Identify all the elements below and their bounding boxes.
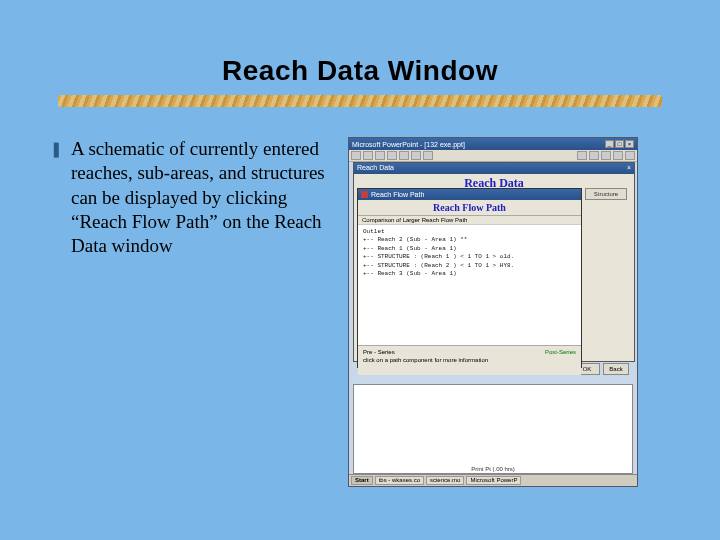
reach-flow-path-window: Reach Flow Path Reach Flow Path Comparis… [357,188,582,368]
title-underline [58,95,662,107]
taskbar-item[interactable]: tbs - wkases.co [375,476,424,485]
window-controls: _ □ × [605,140,634,148]
bullet-item: ❚ A schematic of currently entered reach… [50,137,330,259]
flow-path-tree[interactable]: Outlet +-- Reach 2 (Sub - Area 1) ** +--… [358,225,581,345]
toolbar-icon[interactable] [363,151,373,160]
app-icon [361,191,368,198]
close-icon[interactable]: × [627,164,631,173]
content-row: ❚ A schematic of currently entered reach… [50,137,670,487]
bullet-icon: ❚ [50,140,63,158]
toolbar-icon[interactable] [601,151,611,160]
tree-line[interactable]: Outlet [363,228,576,236]
taskbar-item[interactable]: science.mo [426,476,464,485]
toolbar-icon[interactable] [351,151,361,160]
reach-data-titlebar: Reach Data × [354,163,634,174]
slide: Reach Data Window ❚ A schematic of curre… [0,0,720,540]
tree-line[interactable]: +-- Reach 1 (Sub - Area 1) [363,245,576,253]
taskbar-item[interactable]: Microsoft PowerP [466,476,521,485]
side-panel: Structure [585,188,633,203]
app-title-text: Microsoft PowerPoint - [132 exe.ppt] [352,141,465,148]
flow-path-title-text: Reach Flow Path [371,191,424,198]
app-toolbar [349,150,637,162]
body-text: A schematic of currently entered reaches… [71,137,330,259]
app-titlebar: Microsoft PowerPoint - [132 exe.ppt] _ □… [349,138,637,150]
reach-data-title-text: Reach Data [357,164,394,173]
footer-left-label: Pre - Series [363,349,395,355]
bottom-panel [353,384,633,474]
slide-title: Reach Data Window [50,55,670,87]
structure-button[interactable]: Structure [585,188,627,200]
toolbar-icon[interactable] [411,151,421,160]
toolbar-icon[interactable] [387,151,397,160]
text-column: ❚ A schematic of currently entered reach… [50,137,330,259]
screenshot-column: Microsoft PowerPoint - [132 exe.ppt] _ □… [348,137,670,487]
minimize-icon[interactable]: _ [605,140,614,148]
toolbar-icon[interactable] [423,151,433,160]
embedded-screenshot: Microsoft PowerPoint - [132 exe.ppt] _ □… [348,137,638,487]
toolbar-icon[interactable] [577,151,587,160]
flow-path-footer: Pre - Series Post-Series click on a path… [358,345,581,375]
toolbar-icon[interactable] [375,151,385,160]
flow-path-titlebar: Reach Flow Path [358,189,581,200]
tree-line[interactable]: +-- STRUCTURE : (Reach 1 ) < 1 TO 1 > ol… [363,253,576,261]
flow-path-subheader: Comparison of Larger Reach Flow Path [358,216,581,225]
tree-line[interactable]: +-- Reach 2 (Sub - Area 1) ** [363,236,576,244]
back-button[interactable]: Back [603,363,629,375]
flow-path-header: Reach Flow Path [358,200,581,216]
toolbar-icon[interactable] [399,151,409,160]
footer-hint: click on a path component for more infor… [363,357,576,363]
toolbar-icon[interactable] [625,151,635,160]
print-label: Print Pt (.00 hrs) [471,466,515,472]
close-icon[interactable]: × [625,140,634,148]
start-button[interactable]: Start [351,476,373,485]
dialog-buttons: OK Back [574,363,629,375]
tree-line[interactable]: +-- STRUCTURE : (Reach 2 ) < 1 TO 1 > HY… [363,262,576,270]
toolbar-icon[interactable] [613,151,623,160]
maximize-icon[interactable]: □ [615,140,624,148]
tree-line[interactable]: +-- Reach 3 (Sub - Area 1) [363,270,576,278]
taskbar: Start tbs - wkases.co science.mo Microso… [349,474,637,486]
footer-right-label: Post-Series [545,349,576,355]
toolbar-icon[interactable] [589,151,599,160]
